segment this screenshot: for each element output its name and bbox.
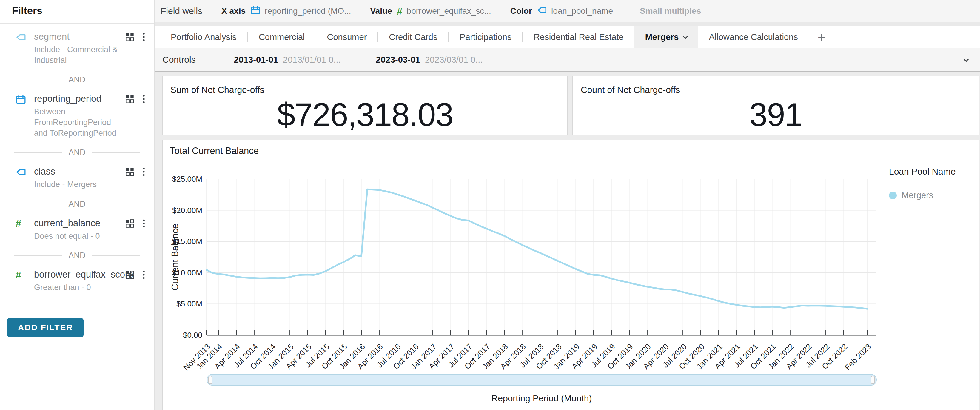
slider-left-handle[interactable] — [208, 376, 212, 384]
y-tick-label: $25.00M — [172, 175, 202, 184]
dashboard-content: Sum of Net Charge-offs $726,318.03 Count… — [154, 72, 980, 410]
filter-menu-kebab-icon[interactable] — [142, 219, 146, 229]
filter-field-name: class — [34, 166, 125, 177]
controls-collapse-chevron-icon[interactable] — [963, 56, 969, 62]
chart-legend: Loan Pool Name Mergers — [889, 167, 956, 200]
x-axis-range-slider[interactable] — [207, 374, 877, 386]
kpi-card-sum-net-charge-offs[interactable]: Sum of Net Charge-offs $726,318.03 — [162, 76, 568, 135]
y-tick-label: $0.00 — [183, 331, 202, 340]
value-well-value: borrower_equifax_sc... — [407, 6, 491, 16]
filter-and-separator: AND — [14, 251, 140, 260]
measure-hash-icon: # — [16, 270, 26, 280]
y-tick-label: $20.00M — [172, 206, 202, 215]
field-wells-title: Field wells — [161, 6, 202, 16]
tab-commercial[interactable]: Commercial — [248, 26, 316, 48]
filter-scope-grid-icon[interactable] — [125, 167, 134, 176]
line-chart-svg: $0.00$5.00M$10.00M$15.00M$20.00M$25.00MN… — [163, 140, 980, 410]
to-date-control[interactable]: 2023-03-01 2023/03/01 0... — [376, 55, 483, 65]
legend-label: Mergers — [902, 191, 933, 200]
bar-divider — [154, 22, 980, 26]
field-well-x-axis[interactable]: X axis reporting_period (MO... — [221, 5, 351, 17]
filter-scope-grid-icon[interactable] — [125, 219, 134, 228]
controls-bar: Controls 2013-01-01 2013/01/01 0... 2023… — [154, 48, 980, 72]
filter-menu-kebab-icon[interactable] — [142, 167, 146, 177]
panel-divider — [0, 307, 154, 307]
x-axis-well-label: X axis — [221, 6, 246, 16]
filter-item-current_balance[interactable]: # current_balance Does not equal - 0 — [0, 210, 154, 243]
field-well-color[interactable]: Color loan_pool_name — [510, 5, 613, 17]
filter-scope-grid-icon[interactable] — [125, 33, 134, 41]
value-well-label: Value — [370, 6, 392, 16]
filters-title: Filters — [0, 0, 154, 24]
small-multiples-well[interactable]: Small multiples — [640, 6, 701, 16]
tab-allowance-calculations[interactable]: Allowance Calculations — [698, 26, 808, 48]
kpi-title: Count of Net Charge-offs — [573, 76, 978, 95]
filter-menu-kebab-icon[interactable] — [142, 95, 146, 104]
filter-item-reporting_period[interactable]: reporting_period Between - FromReporting… — [0, 86, 154, 140]
from-datetime-value: 2013/01/01 0... — [283, 55, 341, 65]
kpi-title: Sum of Net Charge-offs — [163, 76, 567, 95]
line-chart-card[interactable]: $0.00$5.00M$10.00M$15.00M$20.00M$25.00MN… — [162, 140, 979, 410]
from-date-control[interactable]: 2013-01-01 2013/01/01 0... — [234, 55, 341, 65]
filter-condition: Between - FromReportingPeriod and ToRepo… — [34, 106, 125, 138]
field-well-value[interactable]: Value # borrower_equifax_sc... — [370, 5, 491, 17]
tab-consumer[interactable]: Consumer — [316, 26, 378, 48]
y-tick-label: $5.00M — [177, 299, 202, 308]
dimension-tag-icon — [537, 5, 547, 17]
tab-separator — [809, 32, 809, 42]
filter-scope-grid-icon[interactable] — [125, 270, 134, 279]
tab-mergers[interactable]: Mergers — [635, 26, 698, 48]
filter-item-segment[interactable]: segment Include - Commercial & Industria… — [0, 24, 154, 67]
x-axis-well-value: reporting_period (MO... — [265, 6, 351, 16]
from-date-value: 2013-01-01 — [234, 55, 278, 65]
filter-field-name: borrower_equifax_score — [34, 269, 125, 280]
chart-title: Total Current Balance — [170, 146, 259, 156]
tab-credit-cards[interactable]: Credit Cards — [378, 26, 448, 48]
kpi-value: 391 — [573, 95, 978, 133]
add-sheet-plus-icon[interactable]: + — [818, 30, 826, 44]
legend-title: Loan Pool Name — [889, 167, 956, 176]
measure-hash-icon: # — [397, 5, 402, 17]
dimension-tag-icon — [16, 32, 26, 44]
kpi-card-count-net-charge-offs[interactable]: Count of Net Charge-offs 391 — [572, 76, 979, 135]
tab-chevron-down-icon[interactable] — [683, 33, 688, 39]
add-filter-button[interactable]: ADD FILTER — [7, 318, 84, 337]
main-area: Field wells X axis reporting_period (MO.… — [154, 0, 980, 410]
field-wells-bar: Field wells X axis reporting_period (MO.… — [154, 0, 980, 22]
filter-and-separator: AND — [14, 148, 140, 157]
slider-right-handle[interactable] — [871, 376, 875, 384]
filter-condition: Greater than - 0 — [34, 282, 125, 293]
dimension-tag-icon — [16, 167, 26, 179]
calendar-icon — [16, 94, 26, 106]
filter-menu-kebab-icon[interactable] — [142, 33, 146, 42]
x-axis-title: Reporting Period (Month) — [207, 393, 877, 404]
filter-menu-kebab-icon[interactable] — [142, 270, 146, 280]
filters-panel: Filters segment Include - Commercial & I… — [0, 0, 154, 410]
filter-list: segment Include - Commercial & Industria… — [0, 24, 154, 294]
legend-dot-icon — [889, 192, 897, 199]
measure-hash-icon: # — [16, 218, 26, 229]
tab-participations[interactable]: Participations — [449, 26, 522, 48]
filter-and-separator: AND — [14, 75, 140, 84]
kpi-value: $726,318.03 — [163, 95, 567, 133]
filter-item-class[interactable]: class Include - Mergers — [0, 159, 154, 191]
x-tick-label: Feb 2023 — [843, 342, 873, 372]
legend-item-mergers[interactable]: Mergers — [889, 191, 956, 200]
to-date-value: 2023-03-01 — [376, 55, 420, 65]
kpi-row: Sum of Net Charge-offs $726,318.03 Count… — [162, 76, 979, 135]
tab-residential-real-estate[interactable]: Residential Real Estate — [523, 26, 634, 48]
filter-and-separator: AND — [14, 200, 140, 209]
tab-portfolio-analysis[interactable]: Portfolio Analysis — [160, 26, 247, 48]
filter-item-borrower_equifax_score[interactable]: # borrower_equifax_score Greater than - … — [0, 261, 154, 294]
y-axis-title: Current Balance — [170, 224, 180, 290]
filter-condition: Include - Commercial & Industrial — [34, 44, 125, 66]
color-well-value: loan_pool_name — [551, 6, 613, 16]
filter-field-name: segment — [34, 31, 125, 42]
controls-title: Controls — [162, 55, 196, 65]
calendar-icon — [250, 5, 261, 17]
sheet-tabs-bar: Portfolio AnalysisCommercialConsumerCred… — [154, 26, 980, 48]
filter-condition: Does not equal - 0 — [34, 231, 125, 242]
to-datetime-value: 2023/03/01 0... — [425, 55, 483, 65]
filter-scope-grid-icon[interactable] — [125, 95, 134, 103]
filter-condition: Include - Mergers — [34, 180, 125, 190]
